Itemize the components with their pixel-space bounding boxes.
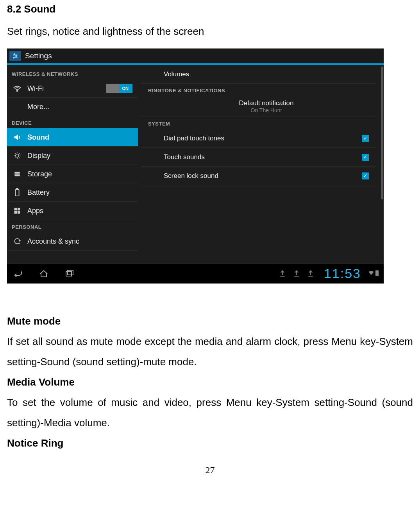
- sidebar-item-label: Apps: [27, 207, 138, 215]
- content-item-label: Dial pad touch tones: [164, 135, 362, 142]
- notification-icon[interactable]: [293, 269, 301, 278]
- sidebar-item-label: Display: [27, 152, 138, 160]
- svg-rect-18: [68, 270, 73, 275]
- battery-status-icon: [375, 270, 379, 278]
- settings-icon: [9, 51, 21, 61]
- svg-point-3: [16, 55, 17, 56]
- svg-point-5: [13, 57, 14, 58]
- apps-icon: [13, 206, 22, 215]
- content-item-volumes[interactable]: Volumes: [140, 65, 377, 84]
- svg-rect-13: [14, 208, 17, 211]
- sidebar-item-storage[interactable]: Storage: [7, 165, 138, 183]
- checkbox-checked-icon[interactable]: ✓: [362, 135, 369, 142]
- checkbox-checked-icon[interactable]: ✓: [362, 172, 369, 179]
- titlebar-label: Settings: [25, 52, 52, 60]
- content-category-ringtone: RINGTONE & NOTIFICATIONS: [138, 84, 384, 96]
- svg-rect-8: [14, 172, 20, 173]
- sync-icon: [13, 237, 22, 246]
- content-item-screenlock[interactable]: Screen lock sound ✓: [140, 167, 377, 185]
- wifi-icon: [13, 84, 22, 93]
- svg-rect-14: [18, 208, 20, 211]
- sidebar-item-label: Accounts & sync: [27, 237, 138, 246]
- home-button[interactable]: [38, 267, 50, 280]
- battery-icon: [13, 188, 22, 197]
- content-item-label: Screen lock sound: [164, 172, 362, 180]
- back-button[interactable]: [12, 267, 24, 280]
- mute-paragraph: If set all sound as mute mode except the…: [7, 331, 413, 372]
- sidebar-item-label: More...: [27, 103, 138, 111]
- sound-icon: [13, 133, 22, 142]
- notice-heading: Notice Ring: [7, 433, 413, 453]
- sidebar-item-apps[interactable]: Apps: [7, 202, 138, 220]
- svg-rect-10: [14, 175, 20, 176]
- sidebar-item-more[interactable]: More...: [7, 98, 138, 116]
- svg-rect-15: [14, 211, 17, 214]
- display-icon: [13, 151, 22, 160]
- mute-heading: Mute mode: [7, 311, 413, 331]
- content-item-label: Touch sounds: [164, 153, 362, 161]
- svg-point-7: [16, 154, 19, 157]
- recent-apps-button[interactable]: [63, 267, 76, 280]
- scrollbar[interactable]: [381, 66, 383, 199]
- svg-rect-9: [14, 173, 20, 174]
- content-category-system: SYSTEM: [138, 117, 384, 129]
- svg-rect-12: [16, 188, 18, 190]
- status-clock: 11:53: [324, 266, 361, 281]
- storage-icon: [13, 169, 22, 179]
- content-item-label: Volumes: [164, 70, 189, 78]
- content-item-sublabel: On The Hunt: [251, 107, 282, 113]
- sidebar-item-label: Wi-Fi: [27, 84, 106, 93]
- content-item-label: Default notification: [239, 99, 294, 107]
- checkbox-checked-icon[interactable]: ✓: [362, 154, 369, 161]
- content-item-touch[interactable]: Touch sounds ✓: [140, 148, 377, 167]
- sidebar-category-personal: PERSONAL: [7, 220, 138, 232]
- sidebar-category-wireless: WIRELESS & NETWORKS: [7, 67, 138, 79]
- system-navbar: 11:53: [7, 263, 384, 284]
- settings-sidebar: WIRELESS & NETWORKS Wi-Fi ON More... DEV…: [7, 65, 138, 263]
- notification-icon[interactable]: [307, 269, 315, 278]
- svg-rect-22: [375, 270, 379, 276]
- body-text: Mute mode If set all sound as mute mode …: [7, 311, 413, 453]
- svg-rect-17: [66, 271, 71, 276]
- sidebar-item-display[interactable]: Display: [7, 147, 138, 165]
- svg-rect-11: [15, 190, 19, 196]
- svg-rect-16: [18, 211, 20, 214]
- content-item-dialpad[interactable]: Dial pad touch tones ✓: [140, 129, 377, 148]
- page-number: 27: [7, 465, 413, 476]
- content-item-default-notification[interactable]: Default notification On The Hunt: [140, 96, 377, 117]
- sidebar-item-sound[interactable]: Sound: [7, 128, 138, 147]
- sidebar-item-battery[interactable]: Battery: [7, 183, 138, 202]
- svg-point-6: [17, 90, 18, 92]
- wifi-status-icon: [368, 270, 374, 278]
- sidebar-item-wifi[interactable]: Wi-Fi ON: [7, 79, 138, 98]
- blank-icon: [13, 102, 22, 111]
- notification-icon[interactable]: [279, 269, 287, 278]
- sidebar-category-device: DEVICE: [7, 116, 138, 128]
- intro-text: Set rings, notice and lightness of the s…: [7, 25, 413, 38]
- svg-rect-23: [376, 270, 377, 271]
- media-heading: Media Volume: [7, 372, 413, 392]
- sidebar-item-label: Storage: [27, 170, 138, 178]
- settings-screenshot: Settings WIRELESS & NETWORKS Wi-Fi ON Mo…: [7, 48, 384, 284]
- media-paragraph: To set the volume of music and video, pr…: [7, 392, 413, 433]
- sidebar-item-accounts[interactable]: Accounts & sync: [7, 232, 138, 251]
- sidebar-item-label: Sound: [27, 133, 138, 142]
- sidebar-item-label: Battery: [27, 188, 138, 197]
- wifi-toggle[interactable]: ON: [106, 84, 132, 93]
- titlebar: Settings: [7, 48, 384, 63]
- svg-point-1: [14, 54, 15, 55]
- settings-content: Volumes RINGTONE & NOTIFICATIONS Default…: [138, 65, 384, 263]
- section-heading: 8.2 Sound: [7, 3, 413, 15]
